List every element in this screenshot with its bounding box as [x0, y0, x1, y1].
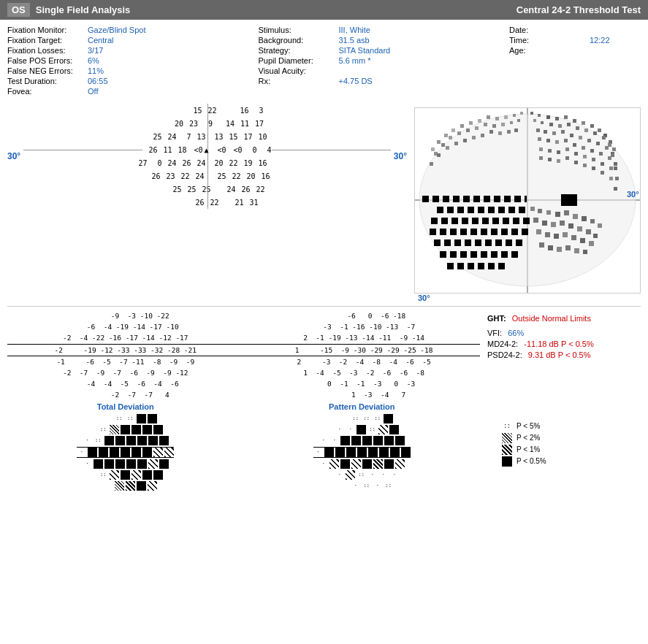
svg-rect-106	[573, 214, 578, 219]
svg-rect-95	[472, 136, 476, 139]
pd-sym-row7: · :: · ::	[330, 481, 393, 491]
svg-rect-188	[463, 196, 470, 202]
svg-rect-37	[538, 137, 541, 141]
svg-rect-101	[530, 207, 535, 211]
svg-rect-98	[446, 146, 449, 150]
svg-rect-111	[542, 221, 547, 226]
pd-row8: 1 -3 -4 7	[244, 389, 481, 400]
deviation-titles: Total Deviation Pattern Deviation	[0, 401, 648, 411]
svg-rect-172	[460, 251, 467, 258]
svg-rect-194	[525, 196, 527, 202]
svg-rect-169	[516, 239, 522, 246]
svg-rect-193	[514, 196, 521, 202]
svg-rect-184	[422, 196, 429, 202]
svg-rect-66	[614, 187, 617, 191]
test-duration-label: Test Duration:	[7, 77, 88, 85]
section-divider	[7, 306, 641, 307]
svg-rect-143	[451, 218, 458, 224]
stimulus-label: Stimulus:	[259, 26, 339, 34]
svg-rect-70	[495, 117, 499, 120]
svg-rect-90	[514, 129, 518, 132]
svg-rect-42	[582, 146, 585, 150]
svg-rect-32	[587, 139, 591, 142]
legend-p5-label: P < 5%	[517, 422, 540, 430]
svg-rect-57	[539, 156, 543, 160]
svg-rect-63	[592, 166, 595, 170]
svg-rect-20	[576, 126, 579, 130]
svg-rect-50	[565, 147, 569, 151]
legend-p2-label: P < 2%	[517, 434, 540, 442]
svg-rect-165	[475, 239, 481, 246]
svg-rect-123	[580, 238, 585, 243]
svg-rect-55	[609, 166, 613, 170]
td-sym-row4: ·	[77, 447, 174, 458]
pd-row7: 0 -1 -1 -3 0 -3	[244, 378, 481, 389]
svg-rect-180	[468, 263, 474, 269]
svg-rect-116	[586, 229, 591, 234]
td-row7: -4 -4 -5 -6 -4 -6	[7, 378, 244, 389]
svg-rect-171	[450, 251, 457, 258]
svg-rect-144	[462, 218, 468, 224]
md-row: MD24-2: -11.18 dB P < 0.5%	[487, 340, 641, 348]
svg-rect-183	[498, 263, 505, 269]
svg-rect-84	[475, 126, 479, 130]
date-info-col: Date: Time: 12:22 Age:	[509, 26, 641, 97]
svg-rect-112	[551, 222, 556, 227]
svg-rect-88	[441, 143, 445, 147]
td-row6: -2 -7 -9 -7 -6 -9 -9 -12	[7, 367, 244, 378]
svg-rect-167	[495, 239, 502, 246]
svg-rect-81	[501, 123, 505, 126]
svg-rect-162	[444, 239, 451, 246]
svg-rect-21	[584, 129, 588, 132]
fixation-monitor-label: Fixation Monitor:	[7, 26, 88, 34]
svg-rect-115	[577, 226, 582, 231]
svg-rect-149	[513, 218, 519, 224]
fixation-losses-value: 3/17	[88, 46, 103, 55]
vf-svg: 30°	[415, 108, 640, 293]
strategy-label: Strategy:	[259, 46, 339, 55]
td-row4: -2 -19 -12 -33 -33 -32 -28 -21	[7, 344, 244, 356]
psd-value: 9.31 dB P < 0.5%	[528, 350, 591, 359]
plot-left-30: 30°	[418, 294, 430, 302]
svg-rect-72	[478, 119, 481, 123]
plots-section: 30° 1522 163 20239	[0, 100, 648, 302]
analysis-type: Single Field Analysis	[36, 4, 511, 15]
false-pos-label: False POS Errors:	[7, 56, 88, 65]
svg-rect-69	[504, 115, 508, 119]
svg-rect-10	[590, 124, 594, 128]
legend-p5-symbol: ::	[502, 421, 512, 432]
legend-p1-label: P < 1%	[517, 445, 540, 453]
pd-row1: -6 0 -6 -18	[244, 310, 481, 321]
svg-rect-28	[552, 131, 556, 135]
svg-rect-100	[430, 162, 433, 166]
svg-rect-94	[481, 134, 484, 137]
svg-rect-41	[573, 143, 576, 147]
svg-rect-179	[457, 263, 464, 269]
pd-sym-row2: · · ::	[324, 425, 399, 434]
svg-rect-91	[507, 130, 511, 134]
legend-p1-symbol	[502, 445, 512, 455]
td-sym-row5: ·	[83, 459, 169, 469]
strategy-value: SITA Standard	[339, 46, 391, 55]
svg-rect-187	[453, 196, 460, 202]
svg-rect-103	[546, 210, 551, 215]
axis-row: 261118 <0 ▲ <0 <0 04	[23, 143, 391, 156]
svg-rect-105	[564, 210, 569, 215]
svg-rect-138	[498, 207, 505, 213]
legend-p2-symbol	[502, 433, 512, 443]
svg-rect-61	[574, 161, 578, 164]
svg-rect-145	[472, 218, 479, 224]
svg-rect-130	[583, 250, 587, 254]
svg-rect-146	[482, 218, 489, 224]
svg-rect-3	[530, 112, 533, 115]
svg-rect-134	[457, 207, 464, 213]
svg-rect-93	[489, 130, 493, 134]
svg-rect-64	[601, 171, 604, 175]
svg-rect-157	[491, 229, 498, 235]
false-pos-value: 6%	[88, 56, 99, 65]
eye-label: OS	[7, 3, 30, 17]
grid-with-axis: 30° 1522 163 20239	[7, 104, 407, 209]
svg-rect-58	[548, 158, 552, 161]
legend-p05-symbol	[502, 456, 512, 467]
svg-rect-9	[582, 121, 585, 125]
